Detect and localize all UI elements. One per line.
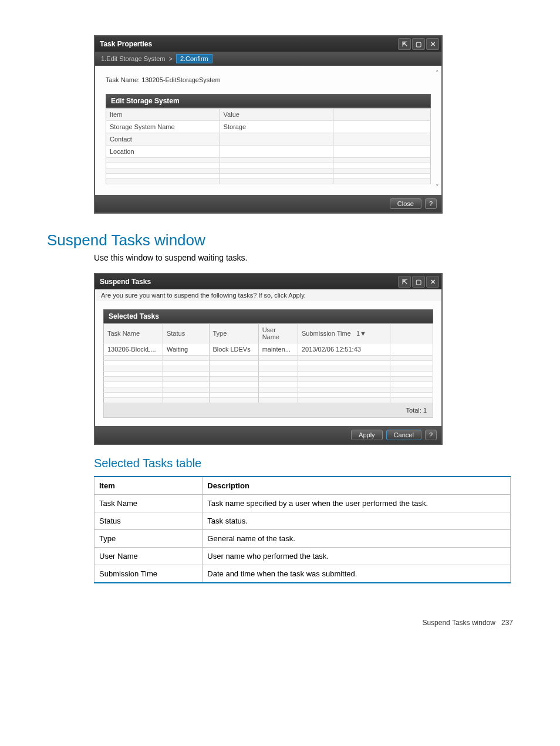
col-value[interactable]: Value: [220, 109, 333, 121]
col-submission[interactable]: Submission Time 1▼: [298, 324, 390, 343]
table-row[interactable]: 130206-BlockL...WaitingBlock LDEVsmainte…: [104, 343, 433, 356]
window-title: Suspend Tasks: [100, 278, 398, 286]
cell-task-name: [104, 393, 163, 398]
table-row[interactable]: [104, 366, 433, 372]
table-row[interactable]: [104, 382, 433, 387]
cell-status: Waiting: [163, 343, 209, 356]
col-item: Item: [95, 477, 203, 495]
maximize-icon[interactable]: ▢: [412, 276, 425, 288]
cell-blank: [390, 343, 433, 356]
suspend-tasks-window: Suspend Tasks ⇱ ▢ ✕ Are you sure you wan…: [94, 273, 443, 445]
scroll-down-icon[interactable]: ˅: [436, 184, 439, 191]
cell-user-name: [258, 356, 298, 361]
cell-task-name: [104, 372, 163, 377]
cell-type: [209, 393, 258, 398]
col-username[interactable]: User Name: [258, 324, 298, 343]
table-row[interactable]: [104, 387, 433, 393]
cell-item: Task Name: [95, 495, 203, 512]
task-name-label: Task Name: 130205-EditStorageSystem: [106, 76, 431, 83]
message-bar: Are you sure you want to suspend the fol…: [95, 289, 441, 301]
table-row[interactable]: [104, 398, 433, 403]
cell-user-name: [258, 398, 298, 403]
table-row: [106, 174, 431, 179]
crumb-step2[interactable]: 2.Confirm: [176, 54, 212, 63]
table-row: Location: [106, 146, 431, 158]
cell-type: [209, 387, 258, 393]
cell-blank: [390, 372, 433, 377]
table-row: Submission TimeDate and time when the ta…: [95, 565, 511, 583]
section-heading: Suspend Tasks window: [47, 231, 513, 249]
col-status[interactable]: Status: [163, 324, 209, 343]
table-row[interactable]: [104, 393, 433, 398]
footerbar: Apply Cancel ?: [95, 426, 441, 444]
table-row: [106, 163, 431, 168]
section-header: Edit Storage System: [106, 94, 431, 108]
cell-submission-time: 2013/02/06 12:51:43: [298, 343, 390, 356]
scroll-up-icon[interactable]: ˄: [436, 69, 439, 77]
cell-user-name: [258, 393, 298, 398]
cell-value: [220, 146, 333, 158]
close-icon[interactable]: ✕: [426, 38, 439, 50]
cell-task-name: [104, 361, 163, 366]
cell-item: [106, 168, 220, 174]
cell-value: [220, 158, 333, 163]
cell-description: Task name specified by a user when the u…: [203, 495, 511, 512]
cell-item: Storage System Name: [106, 121, 220, 133]
col-blank: [333, 109, 431, 121]
cell-user-name: [258, 387, 298, 393]
cell-blank: [390, 398, 433, 403]
cell-status: [163, 372, 209, 377]
maximize-icon[interactable]: ▢: [412, 38, 425, 50]
table-row: [106, 168, 431, 174]
table-row[interactable]: [104, 377, 433, 382]
cell-blank: [390, 393, 433, 398]
cell-user-name: [258, 361, 298, 366]
cell-status: [163, 382, 209, 387]
cell-user-name: mainten...: [258, 343, 298, 356]
cell-type: [209, 366, 258, 372]
close-icon[interactable]: ✕: [426, 276, 439, 288]
cell-user-name: [258, 366, 298, 372]
cell-blank: [333, 121, 431, 133]
subsection-heading: Selected Tasks table: [94, 457, 513, 470]
help-button[interactable]: ?: [425, 198, 437, 209]
col-type[interactable]: Type: [209, 324, 258, 343]
selected-tasks-table: Task Name Status Type User Name Submissi…: [103, 323, 433, 403]
col-taskname[interactable]: Task Name: [104, 324, 163, 343]
close-button[interactable]: Close: [390, 198, 421, 209]
cell-item: Contact: [106, 133, 220, 146]
col-item[interactable]: Item: [106, 109, 220, 121]
pin-icon[interactable]: ⇱: [398, 276, 411, 288]
table-row[interactable]: [104, 372, 433, 377]
cell-blank: [390, 382, 433, 387]
content-area: Selected Tasks Task Name Status Type Use…: [95, 301, 441, 426]
pin-icon[interactable]: ⇱: [398, 38, 411, 50]
cell-blank: [390, 377, 433, 382]
total-bar: Total: 1: [103, 403, 433, 418]
cell-value: [220, 174, 333, 179]
cell-blank: [333, 168, 431, 174]
cell-user-name: [258, 377, 298, 382]
cell-item: Submission Time: [95, 565, 203, 583]
cell-user-name: [258, 372, 298, 377]
cell-item: [106, 179, 220, 184]
cancel-button[interactable]: Cancel: [386, 430, 421, 440]
cell-value: Storage: [220, 121, 333, 133]
crumb-step1[interactable]: 1.Edit Storage System: [101, 55, 165, 62]
cell-submission-time: [298, 387, 390, 393]
cell-item: Location: [106, 146, 220, 158]
section-header: Selected Tasks: [103, 309, 433, 323]
table-row: StatusTask status.: [95, 512, 511, 530]
cell-blank: [390, 356, 433, 361]
cell-type: [209, 377, 258, 382]
description-table: Item Description Task NameTask name spec…: [94, 476, 511, 583]
cell-submission-time: [298, 393, 390, 398]
apply-button[interactable]: Apply: [351, 430, 383, 440]
cell-status: [163, 361, 209, 366]
table-row[interactable]: [104, 361, 433, 366]
table-row[interactable]: [104, 356, 433, 361]
help-button[interactable]: ?: [425, 430, 437, 440]
cell-submission-time: [298, 366, 390, 372]
cell-item: User Name: [95, 548, 203, 565]
cell-submission-time: [298, 356, 390, 361]
